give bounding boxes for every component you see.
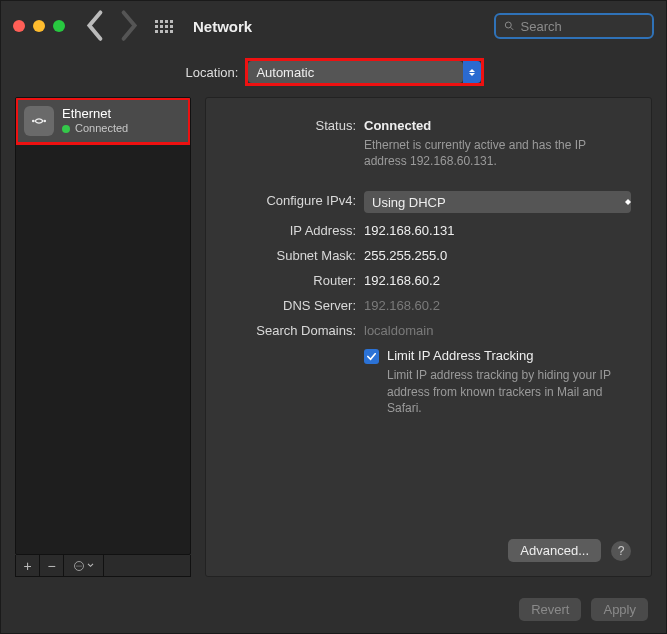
configure-value: Using DHCP — [364, 195, 625, 210]
sidebar-tools: + − — [15, 555, 191, 577]
chevron-updown-icon — [463, 61, 481, 83]
titlebar: Network — [1, 1, 666, 51]
router-label: Router: — [226, 271, 364, 288]
svg-point-6 — [78, 565, 79, 566]
service-list: Ethernet Connected — [15, 97, 191, 555]
router-value: 192.168.60.2 — [364, 271, 631, 288]
svg-line-1 — [511, 27, 514, 30]
search-domains-value: localdomain — [364, 321, 631, 338]
service-name: Ethernet — [62, 106, 128, 122]
subnet-label: Subnet Mask: — [226, 246, 364, 263]
configure-label: Configure IPv4: — [226, 191, 364, 208]
window-title: Network — [193, 18, 252, 35]
service-actions-button[interactable] — [64, 555, 104, 576]
sidebar: Ethernet Connected + − — [15, 97, 191, 577]
svg-point-0 — [505, 22, 511, 28]
close-window-button[interactable] — [13, 20, 25, 32]
status-dot-icon — [62, 125, 70, 133]
status-desc: Ethernet is currently active and has the… — [364, 137, 624, 169]
search-field[interactable] — [494, 13, 654, 39]
help-button[interactable]: ? — [611, 541, 631, 561]
back-button[interactable] — [85, 15, 107, 37]
ip-value: 192.168.60.131 — [364, 221, 631, 238]
status-label: Status: — [226, 116, 364, 133]
search-domains-label: Search Domains: — [226, 321, 364, 338]
status-value: Connected — [364, 118, 631, 133]
zoom-window-button[interactable] — [53, 20, 65, 32]
show-all-icon[interactable] — [155, 17, 173, 35]
footer: Revert Apply — [1, 585, 666, 633]
limit-ip-tracking-checkbox[interactable] — [364, 349, 379, 364]
location-select[interactable]: Automatic — [248, 61, 481, 83]
service-item-ethernet[interactable]: Ethernet Connected — [16, 98, 190, 144]
svg-point-2 — [32, 120, 35, 123]
svg-point-5 — [76, 565, 77, 566]
minimize-window-button[interactable] — [33, 20, 45, 32]
limit-ip-desc: Limit IP address tracking by hiding your… — [387, 367, 631, 416]
body: Ethernet Connected + − — [1, 97, 666, 585]
search-icon — [504, 20, 515, 32]
advanced-button[interactable]: Advanced... — [508, 539, 601, 562]
limit-ip-label: Limit IP Address Tracking — [387, 348, 631, 363]
ip-label: IP Address: — [226, 221, 364, 238]
forward-button[interactable] — [117, 15, 139, 37]
detail-panel: Status: Connected Ethernet is currently … — [205, 97, 652, 577]
chevron-down-icon — [87, 563, 94, 568]
window: Network Location: Automatic Ether — [0, 0, 667, 634]
apply-button[interactable]: Apply — [591, 598, 648, 621]
location-value: Automatic — [256, 65, 314, 80]
service-status: Connected — [75, 122, 128, 136]
add-service-button[interactable]: + — [16, 555, 40, 576]
svg-point-3 — [44, 120, 47, 123]
dns-label: DNS Server: — [226, 296, 364, 313]
remove-service-button[interactable]: − — [40, 555, 64, 576]
configure-ipv4-select[interactable]: Using DHCP — [364, 191, 631, 213]
ellipsis-circle-icon — [73, 560, 85, 572]
check-icon — [366, 351, 377, 362]
dns-value: 192.168.60.2 — [364, 296, 631, 313]
location-label: Location: — [186, 65, 239, 80]
svg-point-7 — [80, 565, 81, 566]
subnet-value: 255.255.255.0 — [364, 246, 631, 263]
chevron-updown-icon — [625, 199, 631, 205]
revert-button[interactable]: Revert — [519, 598, 581, 621]
window-controls — [13, 20, 65, 32]
ethernet-icon — [24, 106, 54, 136]
search-input[interactable] — [521, 19, 644, 34]
location-row: Location: Automatic — [1, 51, 666, 97]
